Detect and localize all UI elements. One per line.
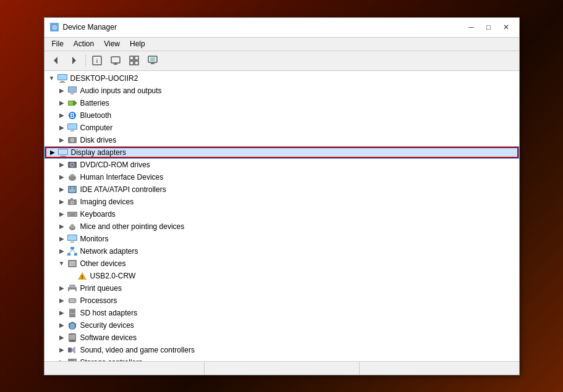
tree-item-disk[interactable]: ▶ Disk drives	[44, 134, 519, 146]
status-section-1	[49, 362, 205, 375]
list-button[interactable]	[125, 52, 143, 69]
tree-item-sound[interactable]: ▶ Sound, video and game controllers	[44, 344, 519, 356]
tree-item-other[interactable]: ▼ Other devices	[44, 257, 519, 270]
svg-rect-56	[72, 213, 74, 214]
item-label: Sound, video and game controllers	[80, 344, 195, 356]
tree-root[interactable]: ▼ DESKTOP-UOCIIR2	[44, 72, 519, 85]
title-bar-buttons: ─ □ ✕	[464, 20, 514, 34]
expander[interactable]: ▶	[57, 134, 67, 146]
svg-rect-58	[70, 214, 75, 215]
svg-text:i: i	[96, 58, 98, 64]
root-label: DESKTOP-UOCIIR2	[70, 72, 138, 85]
sd-icon	[67, 307, 78, 319]
expander[interactable]: ▶	[57, 282, 67, 294]
expander[interactable]: ▶	[57, 85, 67, 97]
expander[interactable]: ▶	[57, 122, 67, 134]
item-label: Print queues	[80, 282, 122, 294]
tree-view[interactable]: ▼ DESKTOP-UOCIIR2 ▶	[44, 71, 519, 361]
item-label: Storage controllers	[80, 356, 143, 361]
expander[interactable]: ▶	[57, 245, 67, 257]
tree-item-security[interactable]: ▶ Security devices	[44, 319, 519, 332]
expander[interactable]: ▶	[57, 183, 67, 196]
menu-file[interactable]: File	[47, 38, 69, 49]
svg-rect-67	[74, 253, 77, 256]
back-button[interactable]	[47, 52, 64, 69]
svg-rect-37	[60, 156, 66, 157]
expander[interactable]: ▶	[57, 332, 67, 344]
audio-icon	[67, 85, 78, 96]
tree-item-network[interactable]: ▶ Network adapters	[44, 245, 519, 257]
expander[interactable]: ▶	[57, 294, 67, 307]
svg-point-47	[74, 188, 75, 189]
tree-item-storage[interactable]: ▶ Storage controllers	[44, 356, 519, 361]
svg-rect-30	[70, 130, 74, 131]
tree-item-hid[interactable]: ▶ Human Interface Devices	[44, 171, 519, 183]
item-label: Imaging devices	[80, 196, 134, 208]
expander[interactable]: ▶	[57, 319, 67, 332]
tree-item-computer[interactable]: ▶ Computer	[44, 122, 519, 134]
menu-view[interactable]: View	[99, 38, 125, 49]
item-label: Display adapters	[71, 146, 126, 159]
svg-rect-14	[150, 57, 155, 61]
svg-line-69	[72, 249, 76, 253]
svg-rect-57	[74, 213, 75, 214]
display-adapter-icon	[57, 147, 69, 158]
device-manager-window: ⚙ Device Manager ─ □ ✕ File Action View …	[44, 17, 520, 375]
battery-icon	[67, 98, 78, 109]
content-area: ▼ DESKTOP-UOCIIR2 ▶	[44, 71, 519, 361]
svg-rect-65	[70, 247, 74, 249]
svg-text:!: !	[81, 274, 83, 280]
svg-marker-94	[72, 346, 75, 354]
menu-action[interactable]: Action	[69, 38, 99, 49]
properties-button[interactable]: i	[88, 52, 106, 69]
tree-item-audio[interactable]: ▶ Audio inputs and outputs	[44, 85, 519, 97]
expander[interactable]: ▶	[57, 196, 67, 208]
maximize-button[interactable]: □	[481, 20, 497, 34]
tree-item-dvd[interactable]: ▶ DVD/CD-ROM drives	[44, 159, 519, 171]
tree-item-imaging[interactable]: ▶ Imaging devices	[44, 196, 519, 208]
close-button[interactable]: ✕	[498, 20, 514, 34]
expander[interactable]: ▶	[57, 356, 67, 361]
expander[interactable]: ▼	[57, 257, 67, 270]
expander[interactable]: ▶	[57, 208, 67, 220]
root-expander[interactable]: ▼	[47, 72, 57, 85]
expander[interactable]: ▶	[57, 171, 67, 183]
svg-rect-29	[68, 124, 77, 129]
expander[interactable]: ▶	[57, 307, 67, 319]
forward-button[interactable]	[66, 52, 83, 69]
expander[interactable]: ▶	[57, 233, 67, 245]
tree-item-mice[interactable]: ▶ Mice and other pointing devices	[44, 220, 519, 233]
tree-item-processors[interactable]: ▶ Processors	[44, 294, 519, 307]
tree-item-usb2[interactable]: ! USB2.0-CRW	[44, 270, 519, 282]
svg-rect-9	[130, 56, 133, 60]
item-label: Batteries	[80, 97, 109, 109]
tree-item-ide[interactable]: ▶ IDE ATA/ATAPI controllers	[44, 183, 519, 196]
expander[interactable]: ▶	[57, 159, 67, 171]
svg-point-40	[71, 164, 73, 165]
expander[interactable]: ▶	[57, 344, 67, 356]
expander[interactable]: ▶	[48, 146, 57, 159]
svg-rect-89	[74, 310, 75, 313]
network-icon	[67, 246, 78, 257]
tree-item-monitors[interactable]: ▶ Monitors	[44, 233, 519, 245]
tree-item-bluetooth[interactable]: ▶ B Bluetooth	[44, 109, 519, 122]
expander[interactable]: ▶	[57, 109, 67, 122]
minimize-button[interactable]: ─	[464, 20, 480, 34]
monitor-button[interactable]	[144, 52, 161, 69]
expander[interactable]: ▶	[57, 97, 67, 109]
item-label: SD host adapters	[80, 307, 138, 319]
toolbar: i	[44, 51, 519, 71]
svg-rect-63	[68, 235, 77, 240]
tree-item-software[interactable]: ▶ Software devices	[44, 332, 519, 344]
tree-item-print[interactable]: ▶ Print queues	[44, 282, 519, 294]
tree-item-sd[interactable]: ▶ SD host adapters	[44, 307, 519, 319]
tree-item-batteries[interactable]: ▶ Batteries	[44, 97, 519, 109]
item-label: Computer	[80, 122, 113, 134]
menu-help[interactable]: Help	[125, 38, 150, 49]
item-label: Disk drives	[80, 134, 117, 146]
tree-item-display-adapters[interactable]: ▶ Display adapters	[44, 146, 519, 159]
expander[interactable]: ▶	[57, 220, 67, 233]
display-button[interactable]	[107, 52, 124, 69]
computer-icon	[67, 122, 78, 133]
tree-item-keyboards[interactable]: ▶ Keyboards	[44, 208, 519, 220]
